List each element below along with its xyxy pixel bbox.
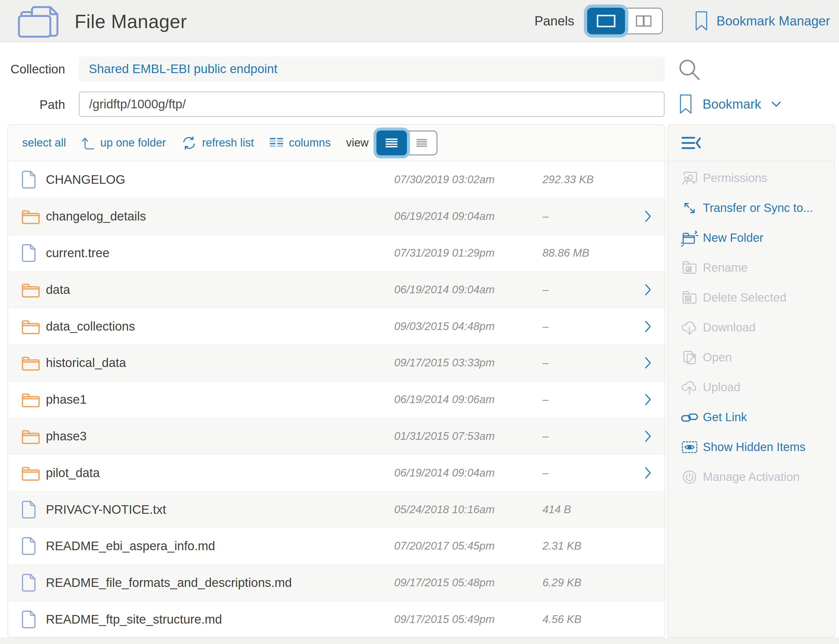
file-size: 414 B: [542, 503, 571, 516]
file-date: 07/31/2019 01:29pm: [394, 247, 494, 259]
sidebar-header: [668, 125, 834, 161]
path-label: Path: [0, 98, 65, 112]
link-icon: [681, 409, 698, 426]
page-title: File Manager: [75, 11, 187, 33]
sidebar-item-show-hidden-items[interactable]: Show Hidden Items: [668, 432, 834, 462]
file-row[interactable]: README_ebi_aspera_info.md 07/20/2017 05:…: [8, 528, 665, 564]
rename-icon: [681, 259, 698, 276]
refresh-icon: [181, 135, 197, 151]
panels-label: Panels: [534, 14, 575, 28]
select-all-button[interactable]: select all: [22, 136, 66, 149]
up-one-folder-button[interactable]: up one folder: [81, 136, 166, 150]
file-date: 06/19/2014 09:04am: [394, 210, 494, 223]
path-input[interactable]: [79, 92, 665, 117]
power-icon: [681, 468, 698, 486]
bookmark-manager-label: Bookmark Manager: [716, 14, 830, 28]
file-date: 09/17/2015 05:49pm: [394, 613, 494, 626]
folder-row[interactable]: pilot_data 06/19/2014 09:04am –: [8, 454, 665, 491]
page-footer-strip: [0, 637, 839, 644]
up-one-folder-icon: [81, 136, 95, 150]
sidebar-item-open: Open: [668, 342, 834, 372]
sidebar-item-rename: Rename: [668, 253, 834, 283]
folder-row[interactable]: phase1 06/19/2014 09:06am –: [8, 381, 665, 418]
chevron-right-icon[interactable]: [645, 356, 652, 369]
file-name: phase1: [46, 393, 87, 407]
bookmark-label: Bookmark: [703, 97, 761, 112]
chevron-right-icon[interactable]: [645, 320, 652, 333]
open-icon: [681, 349, 698, 366]
chevron-right-icon[interactable]: [645, 284, 652, 296]
file-date: 05/24/2018 10:16am: [394, 503, 494, 516]
search-icon[interactable]: [678, 59, 701, 81]
file-name: README_file_formats_and_descriptions.md: [46, 576, 292, 590]
file-size: 292.33 KB: [542, 173, 594, 186]
file-size: –: [542, 356, 549, 369]
chevron-right-icon[interactable]: [645, 393, 652, 406]
file-row[interactable]: current.tree 07/31/2019 01:29pm 88.86 MB: [8, 235, 665, 271]
file-name: data: [46, 283, 70, 297]
cloud-upload-icon: [681, 379, 698, 396]
folder-row[interactable]: data_collections 09/03/2015 04:48pm –: [8, 308, 665, 345]
file-size: –: [542, 284, 549, 296]
view-toggle: [376, 130, 437, 155]
file-manager-app: File Manager Panels Bookmark Manager Col…: [0, 0, 839, 644]
file-size: –: [542, 430, 549, 442]
sidebar-item-manage-activation: Manage Activation: [668, 462, 834, 492]
folder-row[interactable]: data 06/19/2014 09:04am –: [8, 271, 665, 308]
file-size: –: [542, 467, 549, 479]
folder-icon: [21, 281, 46, 298]
folder-icon: [21, 354, 46, 371]
collection-field[interactable]: Shared EMBL-EBI public endpoint: [79, 56, 665, 81]
bookmark-manager-link[interactable]: Bookmark Manager: [695, 10, 830, 32]
bookmark-button[interactable]: Bookmark: [679, 93, 781, 115]
folder-icon: [21, 318, 46, 335]
sidebar-actions: Permissions Transfer or Sync to... New F…: [668, 161, 834, 492]
file-date: 09/17/2015 03:33pm: [394, 356, 494, 369]
chevron-right-icon[interactable]: [645, 467, 652, 479]
file-size: –: [542, 393, 549, 406]
file-row[interactable]: CHANGELOG 07/30/2019 03:02am 292.33 KB: [8, 161, 665, 198]
cloud-download-icon: [681, 319, 698, 336]
transfer-sync-icon: [681, 199, 698, 217]
sidebar-item-download: Download: [668, 312, 834, 342]
view-list-button[interactable]: [376, 130, 407, 155]
chevron-right-icon[interactable]: [645, 430, 652, 442]
list-toolbar: select all up one folder refresh list co…: [8, 125, 665, 161]
file-list-panel: select all up one folder refresh list co…: [7, 124, 665, 637]
refresh-list-button[interactable]: refresh list: [181, 135, 254, 151]
bookmark-ribbon-icon: [695, 10, 708, 32]
sidebar-item-new-folder[interactable]: New Folder: [668, 223, 834, 253]
file-size: 4.56 KB: [542, 613, 581, 626]
collapse-panel-icon[interactable]: [681, 136, 701, 150]
chevron-down-icon: [771, 101, 781, 107]
chevron-right-icon[interactable]: [645, 210, 652, 223]
sidebar-item-delete-selected: Delete Selected: [668, 283, 834, 312]
file-icon: [21, 500, 46, 519]
view-label: view: [346, 136, 368, 149]
collection-label: Collection: [0, 62, 65, 76]
folder-icon: [21, 208, 46, 225]
bookmark-icon: [679, 93, 693, 115]
file-row[interactable]: README_file_formats_and_descriptions.md …: [8, 564, 665, 601]
file-date: 06/19/2014 09:04am: [394, 284, 494, 296]
view-condensed-button[interactable]: [407, 130, 437, 155]
file-row[interactable]: README_ftp_site_structure.md 09/17/2015 …: [8, 601, 665, 637]
folder-row[interactable]: historical_data 09/17/2015 03:33pm –: [8, 345, 665, 381]
app-header: File Manager Panels Bookmark Manager: [0, 0, 839, 42]
folder-row[interactable]: phase3 01/31/2015 07:53am –: [8, 418, 665, 455]
file-icon: [21, 243, 46, 263]
file-row[interactable]: PRIVACY-NOTICE.txt 05/24/2018 10:16am 41…: [8, 491, 665, 528]
file-name: changelog_details: [46, 209, 146, 223]
file-size: –: [542, 210, 549, 223]
columns-button[interactable]: columns: [269, 136, 331, 149]
panels-single-button[interactable]: [587, 8, 625, 34]
dual-pane-icon: [635, 15, 653, 27]
eye-icon: [681, 439, 698, 456]
folder-icon: [21, 391, 46, 408]
sidebar-item-transfer-or-sync[interactable]: Transfer or Sync to...: [668, 193, 834, 223]
panels-dual-button[interactable]: [625, 8, 663, 34]
sidebar-item-get-link[interactable]: Get Link: [668, 402, 834, 432]
delete-icon: [681, 289, 698, 306]
folder-row[interactable]: changelog_details 06/19/2014 09:04am –: [8, 198, 665, 235]
file-date: 07/20/2017 05:45pm: [394, 540, 494, 552]
